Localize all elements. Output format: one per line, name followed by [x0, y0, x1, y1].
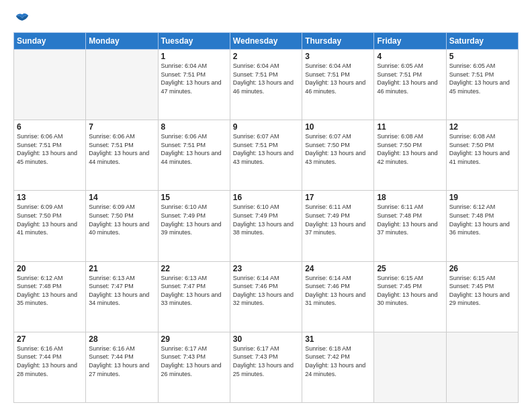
day-number: 30	[233, 334, 299, 344]
day-number: 13	[17, 193, 83, 202]
calendar-cell: 30Sunrise: 6:17 AMSunset: 7:43 PMDayligh…	[230, 332, 302, 402]
weekday-header-wednesday: Wednesday	[230, 33, 302, 50]
day-info: Sunrise: 6:08 AMSunset: 7:50 PMDaylight:…	[449, 132, 515, 166]
day-number: 22	[161, 264, 227, 273]
calendar-cell: 29Sunrise: 6:17 AMSunset: 7:43 PMDayligh…	[158, 332, 230, 402]
day-info: Sunrise: 6:12 AMSunset: 7:48 PMDaylight:…	[449, 203, 515, 236]
day-info: Sunrise: 6:09 AMSunset: 7:50 PMDaylight:…	[17, 203, 83, 236]
day-number: 5	[449, 52, 515, 61]
day-info: Sunrise: 6:14 AMSunset: 7:46 PMDaylight:…	[305, 274, 371, 308]
day-number: 1	[161, 52, 227, 61]
day-info: Sunrise: 6:15 AMSunset: 7:45 PMDaylight:…	[377, 274, 443, 308]
day-number: 28	[89, 334, 154, 344]
day-info: Sunrise: 6:10 AMSunset: 7:49 PMDaylight:…	[233, 203, 299, 236]
calendar-cell: 4Sunrise: 6:05 AMSunset: 7:51 PMDaylight…	[374, 50, 446, 120]
day-info: Sunrise: 6:06 AMSunset: 7:51 PMDaylight:…	[17, 132, 83, 166]
calendar-cell: 26Sunrise: 6:15 AMSunset: 7:45 PMDayligh…	[446, 261, 518, 332]
calendar-cell: 8Sunrise: 6:06 AMSunset: 7:51 PMDaylight…	[158, 120, 230, 191]
weekday-header-saturday: Saturday	[446, 33, 518, 50]
calendar-cell: 9Sunrise: 6:07 AMSunset: 7:51 PMDaylight…	[230, 120, 302, 191]
day-number: 27	[17, 334, 83, 344]
day-number: 20	[17, 264, 83, 273]
day-info: Sunrise: 6:13 AMSunset: 7:47 PMDaylight:…	[89, 274, 154, 308]
day-number: 6	[17, 122, 83, 132]
day-number: 17	[305, 193, 371, 202]
day-info: Sunrise: 6:13 AMSunset: 7:47 PMDaylight:…	[161, 274, 227, 308]
day-info: Sunrise: 6:04 AMSunset: 7:51 PMDaylight:…	[233, 62, 299, 95]
calendar-cell: 27Sunrise: 6:16 AMSunset: 7:44 PMDayligh…	[14, 332, 86, 402]
day-number: 18	[377, 193, 443, 202]
calendar-cell: 3Sunrise: 6:04 AMSunset: 7:51 PMDaylight…	[302, 50, 374, 120]
calendar-cell: 21Sunrise: 6:13 AMSunset: 7:47 PMDayligh…	[86, 261, 158, 332]
day-info: Sunrise: 6:07 AMSunset: 7:50 PMDaylight:…	[305, 132, 371, 166]
calendar-cell: 25Sunrise: 6:15 AMSunset: 7:45 PMDayligh…	[374, 261, 446, 332]
day-number: 19	[449, 193, 515, 202]
calendar-cell: 31Sunrise: 6:18 AMSunset: 7:42 PMDayligh…	[302, 332, 374, 402]
weekday-header-tuesday: Tuesday	[158, 33, 230, 50]
calendar-cell: 6Sunrise: 6:06 AMSunset: 7:51 PMDaylight…	[14, 120, 86, 191]
day-info: Sunrise: 6:08 AMSunset: 7:50 PMDaylight:…	[377, 132, 443, 166]
day-number: 21	[89, 264, 154, 273]
calendar-cell: 11Sunrise: 6:08 AMSunset: 7:50 PMDayligh…	[374, 120, 446, 191]
day-number: 3	[305, 52, 371, 61]
calendar-cell: 15Sunrise: 6:10 AMSunset: 7:49 PMDayligh…	[158, 191, 230, 261]
day-number: 11	[377, 122, 443, 132]
calendar-cell: 24Sunrise: 6:14 AMSunset: 7:46 PMDayligh…	[302, 261, 374, 332]
day-number: 31	[305, 334, 371, 344]
calendar-cell	[14, 50, 86, 120]
day-info: Sunrise: 6:05 AMSunset: 7:51 PMDaylight:…	[449, 62, 515, 95]
day-number: 4	[377, 52, 443, 61]
day-number: 9	[233, 122, 299, 132]
logo	[13, 11, 30, 26]
day-info: Sunrise: 6:17 AMSunset: 7:43 PMDaylight:…	[161, 345, 227, 378]
day-info: Sunrise: 6:06 AMSunset: 7:51 PMDaylight:…	[89, 132, 154, 166]
day-number: 14	[89, 193, 154, 202]
day-number: 15	[161, 193, 227, 202]
day-info: Sunrise: 6:05 AMSunset: 7:51 PMDaylight:…	[377, 62, 443, 95]
day-info: Sunrise: 6:06 AMSunset: 7:51 PMDaylight:…	[161, 132, 227, 166]
calendar-cell	[446, 332, 518, 402]
calendar-cell: 16Sunrise: 6:10 AMSunset: 7:49 PMDayligh…	[230, 191, 302, 261]
day-info: Sunrise: 6:04 AMSunset: 7:51 PMDaylight:…	[161, 62, 227, 95]
day-number: 8	[161, 122, 227, 132]
day-number: 16	[233, 193, 299, 202]
page: SundayMondayTuesdayWednesdayThursdayFrid…	[0, 0, 532, 411]
day-info: Sunrise: 6:11 AMSunset: 7:49 PMDaylight:…	[305, 203, 371, 236]
logo-bird-icon	[15, 11, 30, 26]
calendar-week-1: 1Sunrise: 6:04 AMSunset: 7:51 PMDaylight…	[14, 50, 519, 120]
weekday-header-sunday: Sunday	[14, 33, 86, 50]
calendar-cell: 17Sunrise: 6:11 AMSunset: 7:49 PMDayligh…	[302, 191, 374, 261]
day-number: 29	[161, 334, 227, 344]
calendar-week-3: 13Sunrise: 6:09 AMSunset: 7:50 PMDayligh…	[14, 191, 519, 261]
day-info: Sunrise: 6:14 AMSunset: 7:46 PMDaylight:…	[233, 274, 299, 308]
calendar-cell: 7Sunrise: 6:06 AMSunset: 7:51 PMDaylight…	[86, 120, 158, 191]
day-info: Sunrise: 6:10 AMSunset: 7:49 PMDaylight:…	[161, 203, 227, 236]
calendar-cell: 13Sunrise: 6:09 AMSunset: 7:50 PMDayligh…	[14, 191, 86, 261]
day-info: Sunrise: 6:07 AMSunset: 7:51 PMDaylight:…	[233, 132, 299, 166]
day-number: 12	[449, 122, 515, 132]
calendar-week-5: 27Sunrise: 6:16 AMSunset: 7:44 PMDayligh…	[14, 332, 519, 402]
calendar-cell: 5Sunrise: 6:05 AMSunset: 7:51 PMDaylight…	[446, 50, 518, 120]
calendar-cell: 28Sunrise: 6:16 AMSunset: 7:44 PMDayligh…	[86, 332, 158, 402]
weekday-header-monday: Monday	[86, 33, 158, 50]
day-info: Sunrise: 6:04 AMSunset: 7:51 PMDaylight:…	[305, 62, 371, 95]
day-number: 10	[305, 122, 371, 132]
day-info: Sunrise: 6:18 AMSunset: 7:42 PMDaylight:…	[305, 345, 371, 378]
day-info: Sunrise: 6:15 AMSunset: 7:45 PMDaylight:…	[449, 274, 515, 308]
calendar-cell: 23Sunrise: 6:14 AMSunset: 7:46 PMDayligh…	[230, 261, 302, 332]
day-info: Sunrise: 6:12 AMSunset: 7:48 PMDaylight:…	[17, 274, 83, 308]
header	[13, 11, 519, 26]
calendar-cell: 20Sunrise: 6:12 AMSunset: 7:48 PMDayligh…	[14, 261, 86, 332]
calendar-cell: 18Sunrise: 6:11 AMSunset: 7:48 PMDayligh…	[374, 191, 446, 261]
calendar-week-2: 6Sunrise: 6:06 AMSunset: 7:51 PMDaylight…	[14, 120, 519, 191]
calendar-cell: 10Sunrise: 6:07 AMSunset: 7:50 PMDayligh…	[302, 120, 374, 191]
calendar-cell: 19Sunrise: 6:12 AMSunset: 7:48 PMDayligh…	[446, 191, 518, 261]
calendar-cell	[86, 50, 158, 120]
day-number: 7	[89, 122, 154, 132]
day-number: 25	[377, 264, 443, 273]
calendar-cell: 14Sunrise: 6:09 AMSunset: 7:50 PMDayligh…	[86, 191, 158, 261]
calendar-cell: 1Sunrise: 6:04 AMSunset: 7:51 PMDaylight…	[158, 50, 230, 120]
calendar-cell: 2Sunrise: 6:04 AMSunset: 7:51 PMDaylight…	[230, 50, 302, 120]
weekday-header-row: SundayMondayTuesdayWednesdayThursdayFrid…	[14, 33, 519, 50]
calendar-cell	[374, 332, 446, 402]
